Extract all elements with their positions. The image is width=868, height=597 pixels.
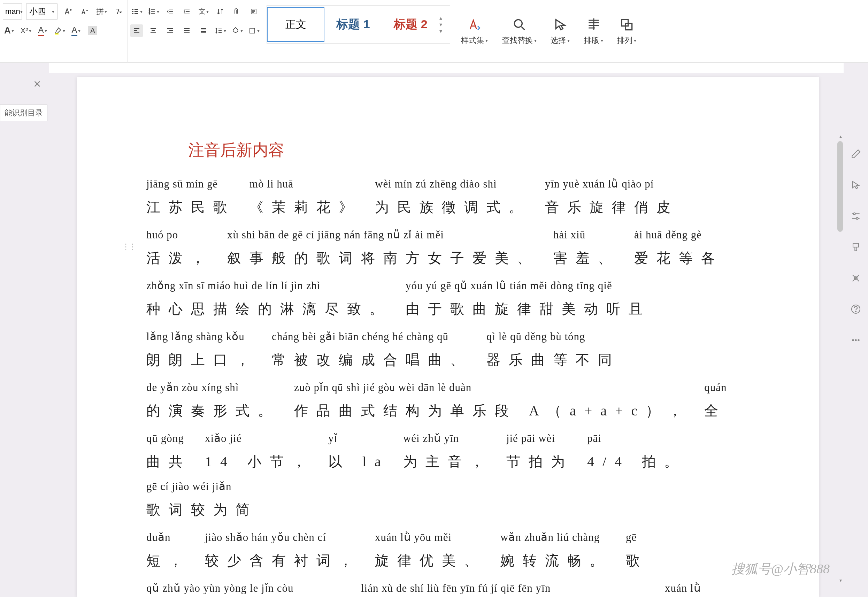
line-spacing-icon[interactable]: ▾: [214, 24, 227, 37]
svg-point-61: [858, 339, 859, 341]
ruby-group: huó po活泼，: [146, 224, 213, 272]
style-heading1[interactable]: 标题 1: [324, 7, 382, 42]
ruby-group: wéi zhǔ yīn为主音，: [403, 428, 493, 476]
select-button[interactable]: 选择▾: [544, 0, 577, 63]
bullet-list-icon[interactable]: ▾: [130, 5, 143, 18]
pinyin-text: xuán lǜ: [665, 578, 701, 597]
styles-group: 正文 标题 1 标题 2 ▴▾▾: [263, 0, 454, 63]
svg-point-1: [132, 9, 134, 10]
superscript-icon[interactable]: X²▾: [19, 24, 32, 37]
vertical-scrollbar[interactable]: ▴ ▾: [837, 131, 844, 587]
align-left-icon[interactable]: [130, 24, 143, 37]
scroll-down-icon[interactable]: ▾: [837, 578, 844, 584]
style-scroll[interactable]: ▴▾▾: [439, 15, 450, 34]
clear-format-icon[interactable]: [112, 5, 125, 18]
text-line: lǎng lǎng shàng kǒu朗朗上口，cháng bèi gǎi bi…: [146, 326, 753, 374]
svg-point-43: [514, 19, 522, 27]
sliders-icon[interactable]: [848, 208, 864, 224]
pinyin-text: xuán lǜ yōu měi: [375, 527, 452, 548]
decrease-font-icon[interactable]: [79, 5, 91, 18]
pinyin-text: gē: [626, 527, 637, 548]
text-effects-icon[interactable]: A▾: [3, 24, 15, 37]
document-page[interactable]: ⋮⋮ 注音后新内容 jiāng sū mín gē江苏民歌mò li huā《茉…: [77, 77, 819, 597]
ribbon-toolbar: man▾ 小四▾ 拼▾ A▾: [0, 0, 868, 63]
char-shading-icon[interactable]: A: [86, 24, 99, 37]
pinyin-text: qì lè qū děng bù tóng: [487, 326, 585, 348]
ruby-group: xuán lǜ旋律: [665, 578, 709, 597]
increase-indent-icon[interactable]: [181, 5, 193, 18]
pinyin-text: lián xù de shí liù fēn yīn fú jí qiē fēn…: [361, 578, 550, 597]
more-icon[interactable]: [848, 333, 864, 348]
svg-rect-4: [135, 9, 138, 10]
align-right-icon[interactable]: [164, 24, 176, 37]
hanzi-text: 常被改编成合唱曲、: [272, 346, 472, 374]
hanzi-text: 作品曲式结构为单乐段 A（a+a+c），: [294, 397, 690, 425]
pencil-icon[interactable]: [848, 146, 864, 162]
align-center-icon[interactable]: [147, 24, 160, 37]
ruby-group: zuò pǐn qū shì jié gòu wèi dān lè duàn作品…: [294, 377, 690, 425]
style-set-button[interactable]: 样式集▾: [454, 0, 495, 63]
pinyin-text: zuò pǐn qū shì jié gòu wèi dān lè duàn: [294, 377, 472, 398]
style-normal[interactable]: 正文: [267, 7, 324, 42]
horizontal-ruler[interactable]: [49, 63, 844, 73]
find-replace-button[interactable]: 查找替换▾: [495, 0, 544, 63]
pinyin-text: jiào shǎo hán yǒu chèn cí: [205, 527, 326, 548]
format-brush-icon[interactable]: [848, 239, 864, 255]
ruby-group: lián xù de shí liù fēn yīn fú jí qiē fēn…: [361, 578, 651, 597]
ruby-group: jiāng sū mín gē江苏民歌: [146, 173, 236, 221]
scroll-thumb[interactable]: [837, 141, 843, 232]
font-color-a-icon[interactable]: A▾: [36, 24, 49, 37]
increase-font-icon[interactable]: [62, 5, 74, 18]
pinyin-text: jié pāi wèi: [506, 428, 555, 449]
tools-icon[interactable]: [848, 270, 864, 286]
hanzi-text: 14 小节，: [205, 448, 314, 476]
decrease-indent-icon[interactable]: [164, 5, 176, 18]
ruby-group: gē歌: [626, 527, 648, 575]
hanzi-text: 较少含有衬词，: [205, 547, 361, 575]
arrange-button[interactable]: 排列▾: [610, 0, 643, 63]
svg-rect-6: [135, 13, 138, 14]
hanzi-text: 种心思描绘的淋漓尽致。: [146, 295, 392, 323]
numbered-list-icon[interactable]: 123▾: [147, 5, 160, 18]
phonetic-guide-icon[interactable]: 拼▾: [95, 5, 108, 18]
font-color-icon[interactable]: A▾: [70, 24, 82, 37]
paragraph-marks-icon[interactable]: [248, 5, 260, 18]
pinyin-text: cháng bèi gǎi biān chéng hé chàng qū: [272, 326, 448, 348]
hanzi-text: 的演奏形式。: [146, 397, 280, 425]
ruby-group: yīn yuè xuán lǜ qiào pí音乐旋律俏皮: [545, 173, 679, 221]
hanzi-text: 节拍为: [506, 448, 573, 476]
show-marks-icon[interactable]: [231, 5, 243, 18]
svg-rect-50: [625, 23, 632, 30]
pinyin-text: yǐ: [328, 428, 338, 449]
paragraph-group: ▾ 123▾ 文▾: [128, 0, 263, 63]
pinyin-text: wǎn zhuǎn liú chàng: [500, 527, 600, 548]
highlight-icon[interactable]: ▾: [53, 24, 65, 37]
toc-recognize-button[interactable]: 能识别目录: [0, 105, 47, 121]
align-distribute-icon[interactable]: [197, 24, 210, 37]
layout-button[interactable]: 排版▾: [577, 0, 610, 63]
svg-point-58: [855, 311, 856, 312]
hanzi-text: 音乐旋律俏皮: [545, 193, 679, 221]
help-icon[interactable]: [848, 301, 864, 317]
cursor-icon[interactable]: [848, 177, 864, 193]
text-direction-icon[interactable]: 文▾: [197, 5, 210, 18]
text-line: qū gòng曲共xiǎo jié14 小节，yǐ以 lawéi zhǔ yīn…: [146, 428, 753, 524]
font-name-select[interactable]: man▾: [3, 3, 22, 19]
font-size-select[interactable]: 小四▾: [26, 3, 58, 19]
hanzi-text: 江苏民歌: [146, 193, 236, 221]
align-justify-icon[interactable]: [181, 24, 193, 37]
ruby-group: duǎn短，: [146, 527, 191, 575]
svg-rect-0: [55, 33, 59, 34]
pinyin-text: mò li huā: [249, 173, 294, 195]
style-heading2[interactable]: 标题 2: [382, 7, 439, 42]
drag-handle-icon[interactable]: ⋮⋮: [122, 242, 135, 251]
document-body[interactable]: jiāng sū mín gē江苏民歌mò li huā《茉莉花》wèi mín…: [146, 173, 753, 597]
hanzi-text: 全: [704, 397, 727, 425]
shading-icon[interactable]: ▾: [231, 24, 243, 37]
sort-icon[interactable]: [214, 5, 227, 18]
borders-icon[interactable]: ▾: [248, 24, 260, 37]
close-icon[interactable]: ✕: [33, 79, 41, 90]
hanzi-text: 活泼，: [146, 244, 213, 272]
pinyin-text: wéi zhǔ yīn: [403, 428, 459, 449]
scroll-up-icon[interactable]: ▴: [837, 134, 844, 140]
